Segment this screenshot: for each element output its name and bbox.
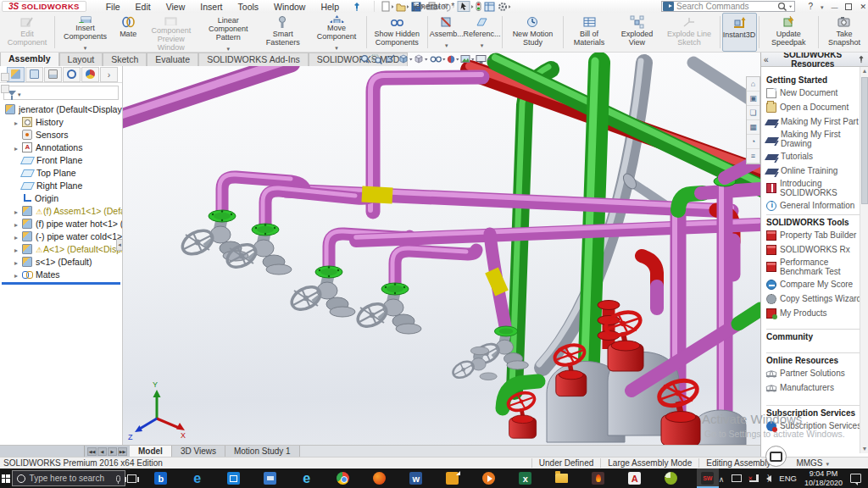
new-document-icon[interactable]	[382, 2, 394, 11]
tray-overflow-icon[interactable]	[719, 474, 725, 484]
tree-item-pipe-water-hot[interactable]: (f) pipe water hot<1> (Defa	[0, 217, 122, 230]
app-media-player[interactable]	[478, 469, 500, 488]
edit-appearance-icon[interactable]	[448, 56, 454, 63]
assembly-features-button[interactable]: Assemb...	[430, 13, 464, 52]
tab-evaluate[interactable]: Evaluate	[147, 53, 198, 66]
section-view-icon[interactable]	[387, 55, 394, 63]
expand-arrow-icon[interactable]	[14, 206, 22, 216]
rollback-bar[interactable]	[2, 282, 120, 285]
search-commands-box[interactable]: Search Commands	[661, 1, 795, 12]
help-caret-icon[interactable]	[821, 0, 824, 14]
link-open-a-document[interactable]: Open a Document	[766, 100, 865, 114]
scrollbar-thumb[interactable]	[861, 77, 868, 204]
insert-components-button[interactable]: Insert Components	[57, 13, 114, 52]
app-store[interactable]	[223, 469, 245, 488]
volume-icon[interactable]	[766, 475, 771, 482]
pin-menubar-icon[interactable]	[352, 2, 362, 12]
expand-arrow-icon[interactable]	[14, 117, 22, 127]
menu-tools[interactable]: Tools	[231, 2, 267, 12]
view-palette-tab-icon[interactable]: ▦	[747, 120, 760, 135]
custom-properties-tab-icon[interactable]: ≡	[747, 149, 760, 164]
featuremanager-tab[interactable]	[7, 67, 25, 82]
menu-insert[interactable]: Insert	[192, 2, 230, 12]
graphics-viewport[interactable]: X Y Z	[123, 53, 760, 445]
link-introducing-solidworks[interactable]: Introducing SOLIDWORKS	[766, 178, 865, 198]
link-new-document[interactable]: New Document	[766, 86, 865, 100]
app-flame[interactable]	[587, 469, 609, 488]
expand-arrow-icon[interactable]	[14, 257, 22, 267]
app-word[interactable]: w	[405, 469, 427, 488]
first-tab-button[interactable]	[87, 447, 97, 456]
zoom-to-area-icon[interactable]	[372, 55, 382, 64]
update-speedpak-button[interactable]: Update Speedpak	[760, 13, 816, 52]
rebuild-icon[interactable]	[476, 3, 481, 11]
new-motion-study-button[interactable]: New Motion Study	[504, 13, 561, 52]
app-excel[interactable]: x	[515, 469, 537, 488]
expand-arrow-icon[interactable]	[14, 231, 22, 241]
link-tutorials[interactable]: Tutorials	[766, 149, 865, 164]
gray-valve-4[interactable]	[354, 283, 421, 334]
tree-item-top-plane[interactable]: Top Plane	[0, 166, 122, 179]
apply-scene-icon[interactable]	[461, 56, 470, 63]
app-orange[interactable]	[442, 469, 464, 488]
scroll-down-icon[interactable]	[860, 445, 868, 453]
expand-arrow-icon[interactable]	[14, 244, 22, 254]
options-gear-icon[interactable]	[499, 3, 511, 10]
dimxpertmanager-tab[interactable]	[63, 67, 81, 82]
app-camtasia[interactable]	[660, 469, 682, 488]
tree-item-assem1[interactable]: (f) Assem1<1> (Default	[0, 204, 122, 217]
elbow-green-bottom-diagonal[interactable]	[738, 309, 760, 324]
display-style-icon[interactable]	[415, 55, 422, 63]
previous-tab-button[interactable]	[97, 447, 107, 456]
linear-component-pattern-button[interactable]: Linear Component Pattern	[200, 13, 257, 52]
tree-item-sensors[interactable]: Sensors	[0, 128, 122, 141]
menu-help[interactable]: Help	[313, 2, 347, 12]
tree-splitter-flyout[interactable]	[116, 239, 123, 251]
tree-item-origin[interactable]: Origin	[0, 191, 122, 204]
search-magnifier-icon[interactable]	[776, 2, 794, 12]
menu-edit[interactable]: Edit	[128, 2, 159, 12]
select-tool-icon[interactable]	[458, 2, 474, 12]
close-button[interactable]	[860, 0, 866, 14]
app-people[interactable]	[259, 469, 281, 488]
propertymanager-tab[interactable]	[25, 67, 43, 82]
link-property-tab-builder[interactable]: Property Tab Builder	[766, 228, 865, 242]
tree-item-s1[interactable]: s<1> (Default)	[0, 255, 122, 268]
view-orientation-icon[interactable]	[400, 55, 407, 63]
section-getting-started[interactable]: Getting Started	[766, 72, 865, 86]
move-component-button[interactable]: Move Component	[309, 13, 364, 52]
expand-arrow-icon[interactable]	[14, 269, 22, 280]
zoom-to-fit-icon[interactable]	[362, 56, 369, 63]
collapse-pane-icon[interactable]	[764, 55, 769, 64]
filter-caret-icon[interactable]	[18, 88, 21, 98]
tab-motion-study-1[interactable]: Motion Study 1	[225, 446, 300, 457]
exploded-view-button[interactable]: Exploded View	[614, 13, 661, 52]
display-tray-icon[interactable]	[732, 474, 742, 482]
bill-of-materials-button[interactable]: Bill of Materials	[565, 13, 614, 52]
gray-valve-3[interactable]	[288, 266, 355, 317]
app-browser-b[interactable]: b	[150, 469, 172, 488]
fitting-yellow-tee-upper[interactable]	[362, 194, 392, 196]
app-internet-explorer[interactable]: e	[296, 469, 318, 488]
link-manufacturers[interactable]: Manufacturers	[766, 380, 865, 395]
configurationmanager-tab[interactable]	[44, 67, 62, 82]
file-properties-icon[interactable]	[485, 3, 494, 11]
menu-view[interactable]: View	[159, 2, 193, 12]
menu-window[interactable]: Window	[266, 2, 313, 12]
link-making-my-first-drawing[interactable]: Making My First Drawing	[766, 129, 865, 149]
taskbar-search-box[interactable]: Type here to search	[12, 470, 125, 486]
tree-filter-box[interactable]	[3, 86, 119, 100]
smart-fasteners-button[interactable]: Smart Fasteners	[257, 13, 309, 52]
tab-3d-views[interactable]: 3D Views	[172, 446, 225, 457]
tree-item-right-plane[interactable]: Right Plane	[0, 179, 122, 191]
tree-item-a1[interactable]: A<1> (Default<Display	[0, 242, 122, 255]
tab-solidworks-add-ins[interactable]: SOLIDWORKS Add-Ins	[198, 53, 309, 66]
search-scope-icon[interactable]	[663, 2, 674, 11]
tree-root-assembly[interactable]: jenerator (Default<Display Sta	[0, 103, 122, 115]
tab-layout[interactable]: Layout	[59, 53, 103, 66]
link-solidworks-rx[interactable]: SOLIDWORKS Rx	[766, 242, 865, 257]
tab-sketch[interactable]: Sketch	[103, 53, 147, 66]
pipe-magenta-lower-header[interactable]	[356, 221, 759, 241]
show-hidden-components-button[interactable]: Show Hidden Components	[368, 13, 425, 52]
pipe-magenta-vertical-b[interactable]	[721, 183, 725, 441]
